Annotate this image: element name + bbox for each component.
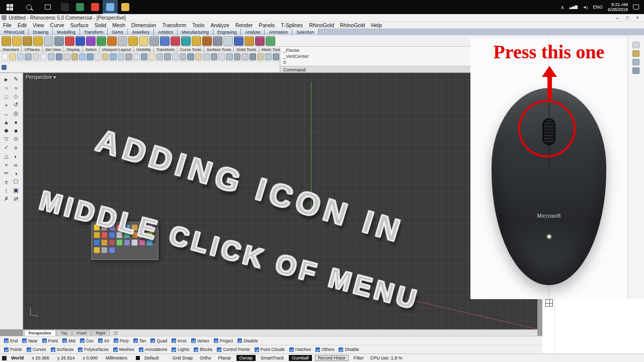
- toolbar-icon[interactable]: [141, 53, 147, 60]
- checkbox[interactable]: [42, 338, 47, 343]
- toolbar-icon[interactable]: [128, 36, 138, 46]
- toolbar-icon[interactable]: [223, 36, 233, 46]
- toolbar-icon[interactable]: [148, 53, 155, 60]
- checkbox[interactable]: [217, 347, 221, 352]
- osnap-toggle[interactable]: Vertex: [189, 338, 211, 343]
- perspective-viewport[interactable]: Perspective ▾ ADDING ICON IN MIDDLE CLIC…: [23, 73, 537, 329]
- toolbar-tab[interactable]: Surface Tools: [204, 47, 234, 52]
- toolbar-icon[interactable]: ▽: [2, 135, 11, 143]
- toolbar-icon[interactable]: ≈: [11, 83, 21, 92]
- osnap-toggle[interactable]: Int: [96, 338, 111, 343]
- checkbox[interactable]: [191, 338, 196, 343]
- toolbar-icon[interactable]: [242, 53, 248, 60]
- toolbar-icon[interactable]: [632, 59, 639, 65]
- toolbar-icon[interactable]: [234, 53, 240, 60]
- toolbar-icon[interactable]: □: [2, 92, 11, 101]
- toolbar-tab[interactable]: Set View: [43, 47, 64, 52]
- menu-item[interactable]: Surface: [67, 22, 92, 28]
- filter-toggle[interactable]: Meshes: [111, 347, 136, 352]
- toolbar-tab[interactable]: Select: [83, 47, 99, 52]
- toolbar-icon[interactable]: ↕: [2, 186, 11, 195]
- toolbar-icon[interactable]: [149, 36, 159, 46]
- toolbar-icon[interactable]: ◎: [11, 109, 21, 118]
- toolbar-icon[interactable]: [109, 247, 115, 253]
- rhinogold-tab[interactable]: Drawing: [29, 29, 53, 35]
- toolbar-icon[interactable]: ■: [11, 126, 21, 135]
- toolbar-icon[interactable]: [211, 53, 217, 60]
- toolbar-icon[interactable]: ✎: [11, 75, 21, 83]
- toolbar-icon[interactable]: ◐: [11, 152, 21, 160]
- toolbar-icon[interactable]: [265, 53, 271, 60]
- toolbar-icon[interactable]: [255, 36, 265, 46]
- filter-toggle[interactable]: Lights: [170, 347, 191, 352]
- viewport-tab[interactable]: Right: [92, 330, 110, 336]
- toolbar-icon[interactable]: [107, 36, 117, 46]
- filter-toggle[interactable]: Polysurfaces: [76, 347, 111, 352]
- osnap-toggle[interactable]: Mid: [60, 338, 77, 343]
- checkbox[interactable]: [172, 338, 176, 343]
- menu-item[interactable]: Tools: [189, 22, 208, 28]
- toolbar-icon[interactable]: ≡: [11, 143, 21, 152]
- osnap-toggle[interactable]: Cen: [78, 338, 96, 343]
- taskbar-app-button[interactable]: [88, 0, 103, 14]
- checkbox[interactable]: [133, 338, 138, 343]
- filter-toggle[interactable]: Annotations: [137, 347, 170, 352]
- toolbar-icon[interactable]: ◑: [11, 169, 21, 177]
- toolbar-icon[interactable]: [116, 239, 123, 246]
- menu-item[interactable]: File: [0, 22, 15, 28]
- menu-item[interactable]: Panels: [256, 22, 278, 28]
- osnap-toggle[interactable]: Knot: [170, 338, 189, 343]
- filter-toggle[interactable]: Surfaces: [49, 347, 76, 352]
- status-toggle[interactable]: Osnap: [236, 355, 256, 361]
- minimize-button[interactable]: –: [613, 15, 622, 21]
- toolbar-icon[interactable]: ✓: [2, 143, 11, 152]
- toolbar-icon[interactable]: ◇: [11, 92, 21, 101]
- toolbar-icon[interactable]: ○: [2, 83, 11, 92]
- toolbar-icon[interactable]: ✂: [2, 169, 11, 177]
- toolbar-icon[interactable]: ✗: [2, 195, 11, 203]
- checkbox[interactable]: [4, 347, 9, 352]
- filter-toggle[interactable]: Points: [2, 347, 24, 352]
- toolbar-icon[interactable]: [133, 53, 140, 60]
- filter-toggle[interactable]: Control Points: [215, 347, 252, 352]
- toolbar-icon[interactable]: [632, 42, 639, 48]
- status-toggle[interactable]: Record Histor: [315, 355, 349, 361]
- toolbar-icon[interactable]: [102, 53, 109, 60]
- toolbar-icon[interactable]: [632, 67, 639, 74]
- toolbar-icon[interactable]: [56, 53, 62, 60]
- rhinogold-tab[interactable]: Artistics: [154, 29, 178, 35]
- toolbar-icon[interactable]: [273, 53, 279, 60]
- checkbox[interactable]: [214, 338, 218, 343]
- checkbox[interactable]: [22, 338, 27, 343]
- units-indicator[interactable]: Millimeters: [102, 355, 131, 360]
- osnap-toggle[interactable]: Near: [20, 338, 39, 343]
- current-layer[interactable]: Default: [141, 355, 163, 360]
- filter-toggle[interactable]: Blocks: [192, 347, 214, 352]
- toolbar-icon[interactable]: [180, 53, 186, 60]
- toolbar-icon[interactable]: [187, 53, 194, 60]
- osnap-toggle[interactable]: Point: [40, 338, 60, 343]
- toolbar-icon[interactable]: [12, 36, 22, 46]
- menu-item[interactable]: RhinoGold: [337, 22, 368, 28]
- menu-item[interactable]: T-Splines: [278, 22, 306, 28]
- toolbar-icon[interactable]: ⇄: [11, 195, 21, 203]
- toolbar-icon[interactable]: ◆: [2, 126, 11, 135]
- start-button[interactable]: [0, 0, 19, 14]
- menu-item[interactable]: RhinoGold: [306, 22, 337, 28]
- checkbox[interactable]: [172, 347, 176, 352]
- checkbox[interactable]: [113, 347, 118, 352]
- clock[interactable]: 8:21 AM 6/28/2019: [608, 2, 628, 12]
- toolbar-icon[interactable]: [23, 36, 32, 46]
- viewport-title[interactable]: Perspective ▾: [26, 74, 56, 80]
- dock-icon[interactable]: [2, 65, 7, 70]
- toolbar-icon[interactable]: [33, 36, 43, 46]
- toolbar-icon[interactable]: [94, 239, 100, 246]
- toolbar-icon[interactable]: ↺: [11, 101, 21, 109]
- toolbar-icon[interactable]: [40, 53, 47, 60]
- menu-item[interactable]: Render: [232, 22, 256, 28]
- rhinogold-tab[interactable]: Jewellery: [128, 29, 154, 35]
- toolbar-icon[interactable]: [110, 53, 116, 60]
- toolbar-icon[interactable]: [33, 53, 39, 60]
- toolbar-icon[interactable]: [226, 53, 232, 60]
- toolbar-icon[interactable]: ☐: [11, 177, 21, 186]
